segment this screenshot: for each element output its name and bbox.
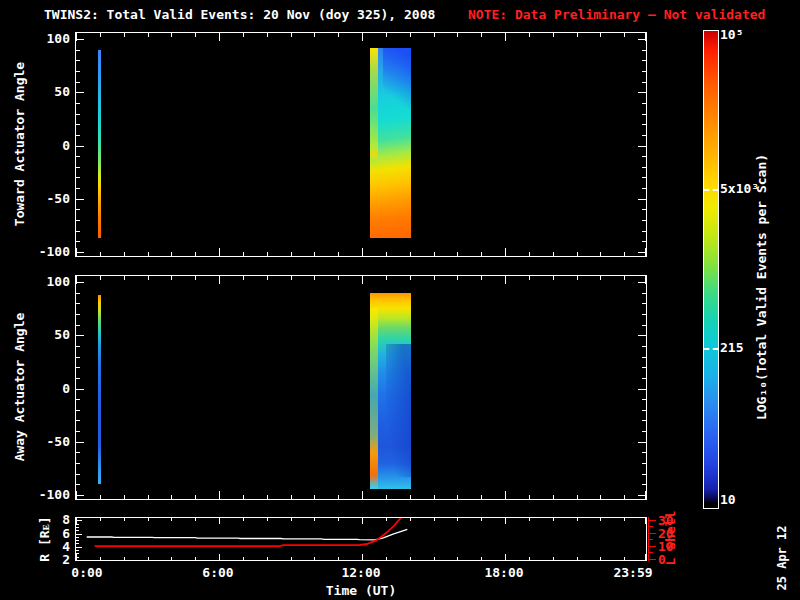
preliminary-note: NOTE: Data Preliminary – Not validated — [468, 8, 765, 22]
tick-mark — [195, 276, 196, 280]
away-block-interval — [370, 293, 411, 489]
tick-mark — [171, 252, 172, 256]
toward-spectrogram-panel — [75, 32, 647, 257]
tick-mark — [148, 33, 149, 37]
tick-mark — [642, 303, 646, 304]
tick-mark — [505, 276, 506, 284]
tick-mark — [76, 71, 80, 72]
y-tick-label: 100 — [28, 32, 70, 46]
tick-mark — [148, 252, 149, 256]
away-axis-label: Away Actuator Angle — [13, 313, 27, 462]
tick-mark — [76, 367, 80, 368]
orbit-lines — [76, 518, 648, 560]
tick-mark — [600, 495, 601, 499]
l-shell-line — [95, 518, 402, 546]
tick-mark — [638, 199, 646, 200]
tick-mark — [386, 495, 387, 499]
tick-mark — [553, 33, 554, 37]
l-shell-tick — [649, 552, 653, 553]
l-shell-tick — [649, 559, 656, 560]
tick-mark — [76, 495, 84, 496]
tick-mark — [76, 431, 80, 432]
tick-mark — [267, 495, 268, 499]
y-tick-label: -100 — [28, 488, 70, 502]
tick-mark — [642, 410, 646, 411]
tick-mark — [642, 346, 646, 347]
toward-strip-interval — [98, 50, 102, 239]
tick-mark — [76, 124, 80, 125]
tick-mark — [642, 156, 646, 157]
tick-mark — [638, 442, 646, 443]
tick-mark — [76, 39, 84, 40]
tick-mark — [386, 276, 387, 280]
tick-mark — [76, 177, 80, 178]
tick-mark — [76, 463, 80, 464]
tick-mark — [243, 33, 244, 37]
tick-mark — [243, 252, 244, 256]
tick-mark — [76, 220, 80, 221]
tick-mark — [642, 209, 646, 210]
tick-mark — [76, 241, 80, 242]
tick-mark — [76, 60, 80, 61]
tick-mark — [642, 103, 646, 104]
r-tick-label: 2 — [46, 553, 70, 567]
tick-mark — [481, 276, 482, 280]
tick-mark — [642, 452, 646, 453]
tick-mark — [76, 156, 80, 157]
tick-mark — [76, 442, 84, 443]
tick-mark — [76, 389, 84, 390]
tick-mark — [148, 495, 149, 499]
tick-mark — [124, 252, 125, 256]
tick-mark — [505, 491, 506, 499]
orbit-line-panel — [75, 517, 647, 561]
tick-mark — [219, 491, 220, 499]
tick-mark — [76, 346, 80, 347]
tick-mark — [642, 314, 646, 315]
tick-mark — [314, 495, 315, 499]
tick-mark — [457, 33, 458, 37]
tick-mark — [291, 495, 292, 499]
tick-mark — [638, 389, 646, 390]
r-line — [87, 529, 408, 540]
tick-mark — [577, 252, 578, 256]
plot-canvas: TWINS2: Total Valid Events: 20 Nov (doy … — [0, 0, 800, 600]
toward-block-shading — [370, 48, 378, 159]
tick-mark — [638, 252, 646, 253]
tick-mark — [195, 252, 196, 256]
tick-mark — [638, 92, 646, 93]
tick-mark — [505, 33, 506, 41]
tick-mark — [410, 33, 411, 37]
time-tick-label: 18:00 — [474, 566, 534, 580]
y-tick-label: -100 — [28, 245, 70, 259]
l-shell-tick — [649, 526, 653, 527]
tick-mark — [76, 335, 84, 336]
tick-mark — [291, 276, 292, 280]
tick-mark — [76, 378, 80, 379]
tick-mark — [171, 33, 172, 37]
tick-mark — [642, 484, 646, 485]
tick-mark — [267, 252, 268, 256]
tick-mark — [642, 167, 646, 168]
tick-mark — [76, 199, 84, 200]
tick-mark — [642, 420, 646, 421]
tick-mark — [529, 276, 530, 280]
tick-mark — [76, 209, 80, 210]
tick-mark — [76, 231, 80, 232]
tick-mark — [642, 135, 646, 136]
tick-mark — [76, 357, 80, 358]
colorbar-tick-label: 10 — [720, 493, 736, 507]
tick-mark — [410, 252, 411, 256]
tick-mark — [642, 231, 646, 232]
tick-mark — [243, 276, 244, 280]
tick-mark — [338, 276, 339, 280]
tick-mark — [219, 276, 220, 284]
tick-mark — [100, 276, 101, 280]
tick-mark — [362, 33, 363, 41]
colorbar — [703, 30, 719, 509]
tick-mark — [410, 495, 411, 499]
tick-mark — [553, 495, 554, 499]
tick-mark — [638, 282, 646, 283]
tick-mark — [529, 252, 530, 256]
colorbar-tick-label: 215 — [720, 341, 743, 355]
tick-mark — [529, 33, 530, 37]
